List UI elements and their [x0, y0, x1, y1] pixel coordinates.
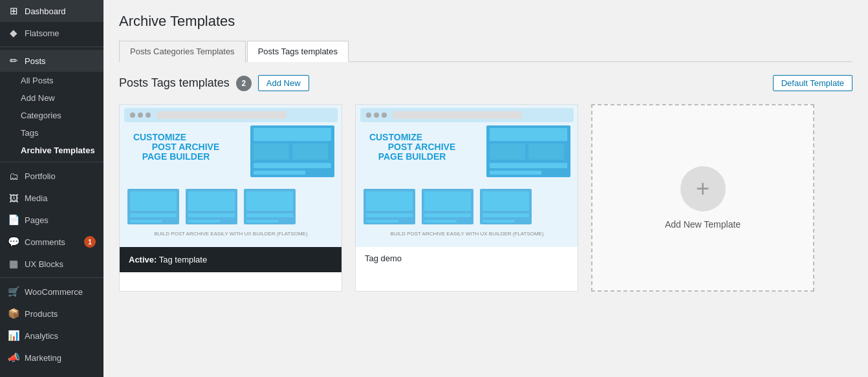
sidebar-item-woocommerce[interactable]: 🛒 WooCommerce	[0, 281, 103, 303]
sidebar-item-posts[interactable]: ✏ Posts	[0, 50, 103, 72]
svg-rect-45	[366, 213, 413, 217]
svg-rect-5	[157, 111, 286, 119]
ux-blocks-icon: ▦	[8, 258, 19, 270]
svg-rect-25	[246, 213, 293, 217]
svg-rect-13	[254, 163, 331, 168]
sidebar-sub-all-posts[interactable]: All Posts	[0, 72, 103, 89]
media-icon: 🖼	[8, 192, 19, 204]
portfolio-icon: 🗂	[8, 170, 19, 182]
svg-rect-46	[366, 220, 398, 222]
posts-icon: ✏	[8, 55, 19, 67]
template-card-2-name: Tag demo	[365, 253, 402, 263]
sidebar-divider	[0, 47, 103, 47]
sidebar-sub-archive-templates[interactable]: Archive Templates	[0, 142, 103, 159]
add-new-button[interactable]: Add New	[258, 75, 309, 91]
sidebar-divider-2	[0, 162, 103, 162]
section-title: Posts Tags templates	[119, 76, 230, 90]
analytics-icon: 📊	[8, 330, 19, 341]
dashboard-icon: ⊞	[8, 5, 19, 17]
sidebar-item-ux-blocks[interactable]: ▦ UX Blocks	[0, 253, 103, 275]
sidebar-item-products[interactable]: 📦 Products	[0, 303, 103, 325]
template-card-1[interactable]: CUSTOMIZE POST ARCHIVE PAGE BUILDER	[119, 104, 342, 292]
svg-rect-33	[393, 111, 522, 119]
svg-point-2	[130, 113, 135, 118]
sidebar-item-portfolio[interactable]: 🗂 Portfolio	[0, 165, 103, 187]
plus-circle: +	[680, 166, 726, 211]
main-content: Archive Templates Posts Categories Templ…	[103, 0, 868, 377]
pages-icon: 📄	[8, 214, 19, 226]
svg-rect-48	[424, 191, 471, 211]
sidebar-item-media[interactable]: 🖼 Media	[0, 187, 103, 209]
svg-rect-53	[483, 213, 529, 217]
count-badge: 2	[236, 76, 252, 91]
template-card-1-image: CUSTOMIZE POST ARCHIVE PAGE BUILDER	[120, 105, 342, 247]
svg-text:PAGE BUILDER: PAGE BUILDER	[378, 151, 446, 162]
sidebar-sub-tags[interactable]: Tags	[0, 124, 103, 142]
svg-rect-49	[424, 213, 471, 217]
sidebar-divider-3	[0, 277, 103, 278]
svg-rect-22	[188, 220, 221, 222]
svg-point-4	[146, 113, 151, 118]
svg-rect-44	[366, 191, 413, 211]
svg-rect-14	[254, 171, 305, 175]
add-template-card[interactable]: + Add New Template	[591, 104, 814, 292]
svg-rect-42	[490, 171, 541, 175]
sidebar-item-comments[interactable]: 💬 Comments 1	[0, 231, 103, 253]
comments-badge: 1	[84, 236, 96, 248]
svg-text:CUSTOMIZE: CUSTOMIZE	[369, 132, 422, 142]
svg-rect-38	[490, 128, 567, 141]
template-card-2[interactable]: CUSTOMIZE POST ARCHIVE PAGE BUILDER	[355, 104, 578, 292]
tab-tags[interactable]: Posts Tags templates	[247, 41, 349, 62]
svg-rect-52	[483, 191, 529, 211]
sidebar: ⊞ Dashboard ◆ Flatsome ✏ Posts All Posts…	[0, 0, 103, 377]
svg-text:BUILD POST ARCHIVE EASILY WITH: BUILD POST ARCHIVE EASILY WITH UX BUILDE…	[390, 231, 544, 237]
svg-point-30	[366, 113, 371, 118]
woocommerce-icon: 🛒	[8, 286, 19, 297]
svg-rect-18	[130, 220, 162, 222]
comments-icon: 💬	[8, 236, 19, 248]
marketing-icon: 📣	[8, 352, 19, 363]
svg-rect-26	[246, 220, 279, 222]
flatsome-icon: ◆	[8, 27, 19, 39]
svg-text:PAGE BUILDER: PAGE BUILDER	[142, 151, 210, 162]
svg-rect-20	[188, 191, 235, 211]
svg-rect-40	[528, 144, 564, 160]
svg-text:POST ARCHIVE: POST ARCHIVE	[387, 142, 455, 152]
default-template-button[interactable]: Default Template	[773, 75, 852, 91]
sidebar-item-flatsome[interactable]: ◆ Flatsome	[0, 22, 103, 44]
products-icon: 📦	[8, 308, 19, 319]
tabs-container: Posts Categories Templates Posts Tags te…	[119, 40, 852, 62]
svg-point-3	[138, 113, 143, 118]
svg-text:CUSTOMIZE: CUSTOMIZE	[133, 132, 186, 142]
sidebar-sub-add-new[interactable]: Add New	[0, 89, 103, 107]
svg-point-32	[382, 113, 387, 118]
svg-rect-39	[490, 144, 525, 160]
svg-rect-24	[246, 191, 293, 211]
template-card-1-footer: Active: Tag template	[120, 247, 342, 272]
svg-rect-11	[254, 144, 289, 160]
svg-rect-21	[188, 213, 235, 217]
svg-rect-17	[130, 213, 177, 217]
sidebar-item-marketing[interactable]: 📣 Marketing	[0, 347, 103, 369]
svg-rect-50	[424, 220, 457, 222]
svg-rect-16	[130, 191, 177, 211]
svg-point-31	[374, 113, 379, 118]
template-card-2-image: CUSTOMIZE POST ARCHIVE PAGE BUILDER	[356, 105, 578, 247]
sidebar-item-dashboard[interactable]: ⊞ Dashboard	[0, 0, 103, 22]
svg-text:POST ARCHIVE: POST ARCHIVE	[151, 142, 219, 152]
section-header: Posts Tags templates 2 Add New Default T…	[119, 75, 852, 91]
tab-categories[interactable]: Posts Categories Templates	[119, 41, 246, 62]
active-label: Active:	[129, 255, 157, 264]
sidebar-item-analytics[interactable]: 📊 Analytics	[0, 325, 103, 347]
sidebar-item-pages[interactable]: 📄 Pages	[0, 209, 103, 231]
svg-rect-10	[254, 128, 331, 141]
svg-rect-41	[490, 163, 567, 168]
sidebar-sub-categories[interactable]: Categories	[0, 107, 103, 124]
svg-rect-54	[483, 220, 515, 222]
plus-icon: +	[696, 175, 710, 202]
svg-rect-12	[292, 144, 328, 160]
page-title: Archive Templates	[119, 13, 852, 30]
add-template-label: Add New Template	[665, 219, 741, 230]
template-card-2-footer: Tag demo	[356, 247, 578, 270]
section-title-group: Posts Tags templates 2 Add New	[119, 75, 309, 91]
